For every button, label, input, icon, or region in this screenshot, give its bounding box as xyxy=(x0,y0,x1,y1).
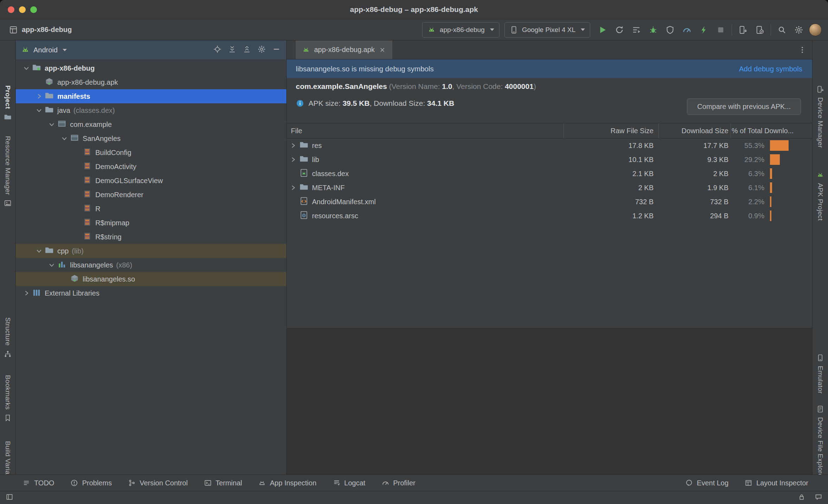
zoom-window-button[interactable] xyxy=(30,6,37,13)
chevron-down-icon[interactable] xyxy=(63,49,67,51)
locate-icon[interactable] xyxy=(213,45,222,55)
run-configuration-selector[interactable]: app-x86-debug xyxy=(422,22,499,38)
libraries-icon xyxy=(32,288,41,297)
chevron-right-icon[interactable] xyxy=(33,92,45,100)
table-row-androidmanifest-xml[interactable]: AndroidManifest.xml732 B732 B2.2% xyxy=(287,195,812,209)
stripe-item-resource-manager[interactable]: Resource Manager xyxy=(0,136,15,207)
tool-window-button-terminal[interactable]: Terminal xyxy=(204,479,242,487)
tree-item-label: R$mipmap xyxy=(95,219,129,227)
toolbar-action-icons xyxy=(595,22,728,37)
stop-icon[interactable] xyxy=(713,22,728,37)
debug-icon[interactable] xyxy=(646,22,661,37)
close-window-button[interactable] xyxy=(8,6,14,13)
table-row-res[interactable]: res17.8 KB17.7 KB55.3% xyxy=(287,138,812,153)
tree-item-cpp[interactable]: cpp(lib) xyxy=(16,244,286,258)
lock-icon[interactable] xyxy=(798,493,805,503)
tree-item-sanangeles[interactable]: SanAngeles xyxy=(16,131,286,146)
chevron-down-icon[interactable] xyxy=(59,135,70,142)
apply-code-changes-icon[interactable] xyxy=(629,22,644,37)
profile-icon[interactable] xyxy=(680,22,694,37)
project-view-selector[interactable]: Android xyxy=(33,46,58,54)
hide-icon[interactable] xyxy=(272,45,281,55)
tool-window-button-label: Profiler xyxy=(393,479,415,487)
close-icon[interactable] xyxy=(378,46,386,54)
minimize-window-button[interactable] xyxy=(19,6,26,13)
tree-item-demorenderer[interactable]: DemoRenderer xyxy=(16,188,286,202)
stripe-item-device-file-explorer[interactable]: Device File Explorer xyxy=(813,405,828,480)
table-row-classes-dex[interactable]: classes.dex2.1 KB2 KB6.3% xyxy=(287,167,812,181)
table-row-lib[interactable]: lib10.1 KB9.3 KB29.2% xyxy=(287,153,812,167)
toolwindows-icon[interactable] xyxy=(6,493,13,503)
chevron-down-icon[interactable] xyxy=(33,247,45,255)
table-row-meta-inf[interactable]: META-INF2 KB1.9 KB6.1% xyxy=(287,181,812,195)
tool-window-button-event-log[interactable]: Event Log xyxy=(685,479,728,487)
more-vertical-icon[interactable] xyxy=(798,46,807,54)
avatar[interactable] xyxy=(809,24,822,36)
tree-item-libsanangeles-so[interactable]: libsanangeles.so xyxy=(16,272,286,286)
tool-window-button-logcat[interactable]: Logcat xyxy=(333,479,365,487)
tool-window-button-label: TODO xyxy=(34,479,54,487)
chevron-down-icon[interactable] xyxy=(33,106,45,114)
stripe-item-device-manager[interactable]: Device Manager xyxy=(813,85,828,148)
settings-icon[interactable] xyxy=(257,45,266,55)
column-header-download-size[interactable]: Download Size xyxy=(658,123,731,138)
running-devices-icon[interactable] xyxy=(752,22,767,37)
expand-all-icon[interactable] xyxy=(228,45,236,55)
chevron-right-icon[interactable] xyxy=(287,156,299,163)
stripe-item-project[interactable]: Project xyxy=(0,85,15,121)
stripe-item-apk-project[interactable]: APK Project xyxy=(813,171,828,221)
tool-window-button-app-inspection[interactable]: App Inspection xyxy=(258,479,316,487)
missing-symbols-banner: libsanangeles.so is missing debug symbol… xyxy=(287,59,812,78)
tree-item-label: DemoRenderer xyxy=(95,191,144,199)
profile-low-overhead-icon[interactable] xyxy=(696,22,711,37)
tool-window-button-problems[interactable]: Problems xyxy=(70,479,112,487)
tree-item-r-mipmap[interactable]: R$mipmap xyxy=(16,216,286,230)
column-header-raw-size[interactable]: Raw File Size xyxy=(563,123,658,138)
chevron-right-icon[interactable] xyxy=(21,289,32,297)
project-widget[interactable]: app-x86-debug xyxy=(9,26,72,34)
device-selector[interactable]: Google Pixel 4 XL xyxy=(504,22,590,38)
tool-window-button-version-control[interactable]: Version Control xyxy=(128,479,188,487)
tree-item-demoglsurfaceview[interactable]: DemoGLSurfaceView xyxy=(16,174,286,188)
tool-window-button-profiler[interactable]: Profiler xyxy=(382,479,415,487)
device-manager-icon[interactable] xyxy=(735,22,750,37)
tree-item-suffix: (lib) xyxy=(72,247,83,255)
class-icon xyxy=(83,161,92,170)
stripe-item-emulator[interactable]: Emulator xyxy=(813,354,828,394)
tree-item-app-x86-debug[interactable]: app-x86-debug xyxy=(16,61,286,75)
chevron-down-icon[interactable] xyxy=(46,261,57,269)
column-header-file[interactable]: File xyxy=(287,123,563,138)
chevron-right-icon[interactable] xyxy=(287,142,299,149)
chevron-right-icon[interactable] xyxy=(287,184,299,192)
tree-item-manifests[interactable]: manifests xyxy=(16,89,286,103)
tree-item-r[interactable]: R xyxy=(16,202,286,216)
tool-window-button-layout-inspector[interactable]: Layout Inspector xyxy=(745,479,808,487)
stripe-item-structure[interactable]: Structure xyxy=(0,317,15,358)
attach-debugger-icon[interactable] xyxy=(663,22,677,37)
chevron-down-icon[interactable] xyxy=(21,64,32,72)
settings-icon[interactable] xyxy=(791,22,806,37)
apply-changes-icon[interactable] xyxy=(612,22,627,37)
tool-window-button-todo[interactable]: TODO xyxy=(23,479,54,487)
percent-bar xyxy=(770,211,771,221)
compare-apk-button[interactable]: Compare with previous APK... xyxy=(687,98,801,115)
table-row-resources-arsc[interactable]: resources.arsc1.2 KB294 B0.9% xyxy=(287,209,812,223)
column-header-percent[interactable]: % of Total Downlo... xyxy=(731,123,812,138)
run-icon[interactable] xyxy=(595,22,610,37)
editor-tab-apk[interactable]: app-x86-debug.apk xyxy=(295,40,393,59)
tree-item-buildconfig[interactable]: BuildConfig xyxy=(16,146,286,160)
add-debug-symbols-link[interactable]: Add debug symbols xyxy=(739,65,802,73)
tree-item-r-string[interactable]: R$string xyxy=(16,230,286,244)
search-icon[interactable] xyxy=(775,22,789,37)
stripe-item-bookmarks[interactable]: Bookmarks xyxy=(0,375,15,422)
tree-item-com-example[interactable]: com.example xyxy=(16,117,286,131)
tree-item-libsanangeles[interactable]: libsanangeles(x86) xyxy=(16,258,286,272)
tree-item-java[interactable]: java(classes.dex) xyxy=(16,103,286,117)
collapse-all-icon[interactable] xyxy=(243,45,251,55)
tree-item-demoactivity[interactable]: DemoActivity xyxy=(16,160,286,174)
chevron-down-icon[interactable] xyxy=(46,121,57,128)
tree-item-app-x86-debug-apk[interactable]: app-x86-debug.apk xyxy=(16,75,286,89)
window-titlebar[interactable]: app-x86-debug – app-x86-debug.apk xyxy=(0,0,828,19)
tree-item-external-libraries[interactable]: External Libraries xyxy=(16,286,286,300)
notifications-icon[interactable] xyxy=(815,493,822,503)
